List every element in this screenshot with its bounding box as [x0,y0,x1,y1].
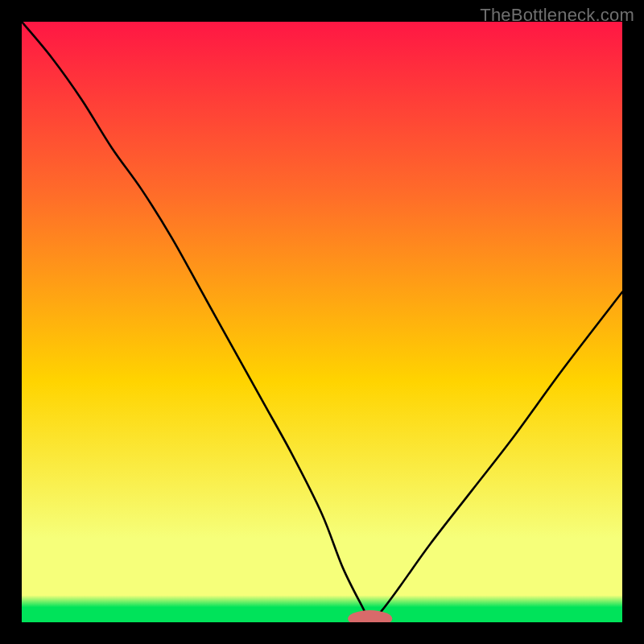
gradient-background [22,22,622,622]
chart-plot-area [22,22,622,622]
chart-svg [22,22,622,622]
chart-frame: TheBottleneck.com [0,0,644,644]
